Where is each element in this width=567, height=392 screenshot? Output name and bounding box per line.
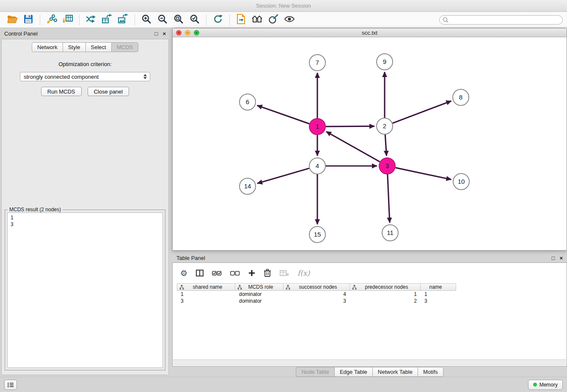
export-document-button[interactable] (233, 14, 249, 26)
graph-node-label: 14 (244, 182, 251, 190)
import-table-button[interactable] (60, 14, 76, 26)
table-cell: dominator (235, 298, 284, 304)
zoom-out-button[interactable] (154, 14, 171, 26)
window-close-icon[interactable]: × (176, 30, 182, 36)
home-button[interactable] (249, 14, 265, 26)
home-icon (251, 14, 263, 25)
tab-network-table[interactable]: Network Table (372, 367, 418, 377)
search-input[interactable] (439, 15, 563, 25)
delete-table-button (280, 270, 289, 276)
toolbar-separator (79, 14, 80, 25)
column-header-label: MCDS role (243, 284, 283, 290)
table-cell: 1 (350, 291, 421, 298)
column-header-MCDS-role[interactable]: MCDS role (235, 283, 284, 291)
network-window-title: scc.txt (362, 30, 377, 36)
delete-table-icon (280, 270, 289, 276)
memory-button[interactable]: Memory (528, 380, 563, 390)
table-cell: 3 (421, 298, 456, 304)
eye-icon (284, 15, 295, 25)
control-panel-title: Control Panel (4, 30, 38, 37)
table-row[interactable]: 3dominator323 (177, 298, 562, 304)
apply-style-button[interactable] (265, 14, 281, 26)
visibility-button[interactable] (281, 14, 297, 26)
zoom-in-icon (141, 14, 151, 26)
open-session-button[interactable] (4, 14, 20, 26)
graph-edge-2-8[interactable] (393, 101, 451, 123)
network-canvas[interactable]: 7968124314101511 (173, 37, 567, 250)
graph-node-label: 9 (383, 58, 386, 65)
gear-icon[interactable]: ⚙ (180, 269, 187, 277)
close-panel-icon[interactable]: × (162, 31, 166, 36)
graph-edge-3-11[interactable] (388, 174, 390, 223)
column-header-predecessor-nodes[interactable]: predecessor nodes (350, 283, 421, 291)
tab-mcds[interactable]: MCDS (111, 42, 138, 52)
list-icon (7, 382, 14, 387)
graph-edge-3-1[interactable] (326, 132, 380, 162)
export-network-button[interactable] (83, 14, 99, 26)
checked-boxes-icon (212, 270, 222, 276)
export-image-button[interactable] (115, 14, 131, 26)
tab-edge-table[interactable]: Edge Table (334, 367, 373, 377)
trash-icon (264, 269, 271, 277)
folder-open-icon (7, 14, 18, 25)
graph-node-label: 6 (246, 98, 249, 105)
tab-motifs[interactable]: Motifs (418, 367, 443, 377)
graph-edge-3-10[interactable] (396, 168, 451, 179)
run-mcds-button[interactable]: Run MCDS (41, 87, 82, 96)
save-session-button[interactable] (20, 14, 36, 26)
column-header-label: shared name (185, 284, 235, 290)
zoom-fit-icon (173, 14, 184, 26)
window-zoom-icon[interactable]: + (194, 30, 199, 36)
show-columns-button[interactable] (196, 270, 204, 276)
create-column-button[interactable] (248, 270, 255, 276)
tab-network[interactable]: Network (32, 42, 63, 52)
graph-node-label: 8 (459, 94, 462, 101)
column-header-label: name (421, 284, 456, 290)
zoom-in-button[interactable] (138, 14, 154, 26)
column-tree-icon (179, 285, 184, 290)
toolbar-separator (135, 14, 135, 25)
column-header-name[interactable]: name (421, 283, 456, 291)
show-panels-button[interactable] (4, 380, 17, 390)
graph-node-label: 15 (314, 231, 321, 238)
graph-node-label: 11 (387, 229, 394, 236)
status-bar: Memory (0, 377, 567, 392)
column-header-successor-nodes[interactable]: successor nodes (284, 283, 350, 291)
optimization-dropdown[interactable]: strongly connected component (20, 72, 150, 81)
float-panel-icon[interactable]: □ (155, 31, 158, 36)
network-window-titlebar[interactable]: × − + scc.txt (173, 28, 567, 37)
zoom-selected-button[interactable] (187, 14, 203, 26)
paint-brush-icon (268, 14, 278, 26)
close-panel-icon[interactable]: × (559, 255, 563, 261)
tab-select[interactable]: Select (85, 42, 112, 52)
graph-node-label: 1 (316, 123, 319, 130)
window-titlebar: Session: New Session (0, 0, 567, 12)
refresh-network-button[interactable] (210, 14, 226, 26)
export-document-icon (236, 14, 246, 26)
graph-edge-4-14[interactable] (257, 168, 309, 184)
column-header-shared-name[interactable]: shared name (177, 283, 235, 291)
horizontal-scrollbar[interactable] (173, 359, 566, 366)
import-network-button[interactable] (44, 14, 60, 26)
column-tree-icon (286, 285, 290, 290)
deselect-all-columns-button[interactable] (230, 270, 240, 276)
table-row[interactable]: 1dominator411 (177, 291, 562, 298)
float-panel-icon[interactable]: □ (552, 255, 555, 261)
graph-edge-1-2[interactable] (326, 126, 374, 127)
graph-edge-1-6[interactable] (257, 105, 309, 124)
network-window: × − + scc.txt 7968124314101511 (172, 28, 567, 251)
tab-style[interactable]: Style (63, 42, 86, 52)
delete-columns-button[interactable] (264, 269, 271, 277)
export-table-button[interactable] (99, 14, 115, 26)
close-panel-button[interactable]: Close panel (88, 87, 129, 96)
zoom-fit-button[interactable] (171, 14, 187, 26)
function-builder-button: f(x) (297, 269, 310, 277)
graph-edge-2-3[interactable] (385, 135, 386, 156)
select-all-columns-button[interactable] (212, 270, 222, 276)
tab-node-table[interactable]: Node Table (296, 367, 335, 377)
window-minimize-icon[interactable]: − (185, 30, 190, 36)
table-cell: 2 (350, 298, 421, 304)
plus-icon (248, 270, 255, 276)
column-tree-icon (237, 285, 242, 290)
mcds-result-box[interactable]: 13 (7, 213, 163, 368)
